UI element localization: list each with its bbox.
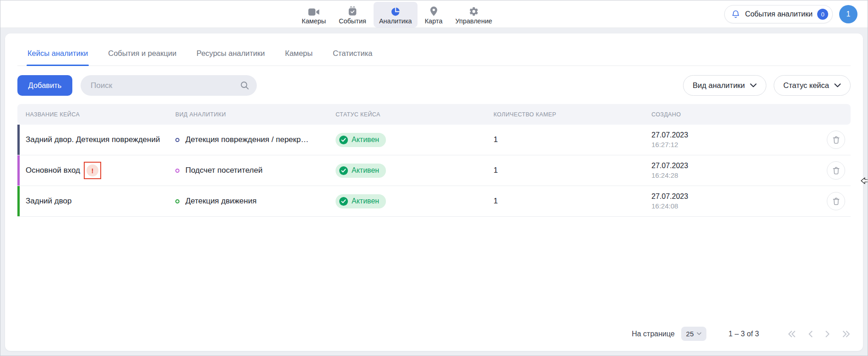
prev-page-button[interactable]	[808, 330, 813, 338]
created-time: 16:24:28	[651, 171, 821, 180]
status-badge-label: Активен	[352, 197, 379, 205]
add-case-button[interactable]: Добавить	[17, 75, 72, 96]
case-status-filter-label: Статус кейса	[783, 81, 829, 90]
table-footer: На странице 25 1 – 3 of 3	[5, 327, 863, 351]
tab-analytics-resources[interactable]: Ресурсы аналитики	[195, 41, 266, 66]
nav-item-label: Карта	[425, 17, 443, 25]
chevron-down-icon	[834, 83, 841, 88]
trash-icon	[832, 197, 840, 206]
row-accent-bar	[17, 155, 20, 186]
status-badge: Активен	[336, 164, 386, 178]
analytics-type-filter[interactable]: Вид аналитики	[683, 75, 766, 96]
analytics-events-button[interactable]: События аналитики 0	[724, 5, 833, 23]
per-page-value: 25	[686, 330, 694, 338]
column-header-cameras: КОЛИЧЕСТВО КАМЕР	[494, 111, 651, 118]
search-icon	[240, 81, 250, 92]
nav-item-label: События	[339, 17, 366, 25]
column-header-name: НАЗВАНИЕ КЕЙСА	[17, 111, 175, 118]
content-card: Кейсы аналитики События и реакции Ресурс…	[5, 33, 863, 351]
nav-item-label: Аналитика	[379, 17, 412, 25]
nav-item-label: Камеры	[302, 17, 326, 25]
mouse-cursor	[861, 177, 868, 186]
table-row[interactable]: Задний двор Детекция движения Активен 1	[17, 186, 851, 217]
camera-count: 1	[494, 166, 651, 175]
analytics-type-label: Детекция движения	[185, 197, 256, 206]
tab-analytics-cases[interactable]: Кейсы аналитики	[27, 41, 89, 66]
search-field	[81, 75, 257, 96]
table-header-row: НАЗВАНИЕ КЕЙСА ВИД АНАЛИТИКИ СТАТУС КЕЙС…	[17, 104, 851, 125]
last-page-button[interactable]	[842, 330, 851, 338]
column-header-type: ВИД АНАЛИТИКИ	[175, 111, 336, 118]
pagination-controls	[787, 330, 851, 338]
created-time: 16:24:08	[651, 202, 821, 211]
nav-item-analytics[interactable]: Аналитика	[374, 2, 418, 27]
top-navigation-bar: Камеры События Аналитика Карта	[0, 0, 868, 28]
case-name: Задний двор	[26, 197, 71, 206]
gear-icon	[469, 5, 479, 16]
column-header-created: СОЗДАНО	[651, 111, 821, 118]
camera-count: 1	[494, 197, 651, 206]
status-badge: Активен	[336, 194, 386, 208]
status-badge: Активен	[336, 133, 386, 147]
status-badge-label: Активен	[352, 136, 379, 144]
case-status-filter[interactable]: Статус кейса	[774, 75, 851, 96]
per-page-selector[interactable]: 25	[681, 327, 707, 341]
tab-events-reactions[interactable]: События и реакции	[107, 41, 177, 66]
row-accent-bar	[17, 125, 20, 155]
created-date: 27.07.2023	[651, 130, 821, 140]
table-body: Задний двор. Детекция повреждений Детекц…	[17, 125, 851, 217]
calendar-check-icon	[347, 5, 358, 16]
per-page-label: На странице	[632, 330, 675, 338]
tab-statistics[interactable]: Статистика	[332, 41, 374, 66]
video-camera-icon	[308, 5, 320, 16]
user-avatar[interactable]: 1	[839, 5, 857, 23]
table-row[interactable]: Задний двор. Детекция повреждений Детекц…	[17, 125, 851, 155]
cases-table: НАЗВАНИЕ КЕЙСА ВИД АНАЛИТИКИ СТАТУС КЕЙС…	[17, 104, 851, 217]
column-header-status: СТАТУС КЕЙСА	[336, 111, 494, 118]
app-screen: Камеры События Аналитика Карта	[0, 0, 868, 356]
search-input[interactable]	[81, 75, 257, 96]
tab-cameras[interactable]: Камеры	[284, 41, 314, 66]
status-check-icon	[339, 136, 348, 144]
next-page-button[interactable]	[825, 330, 830, 338]
row-accent-bar	[17, 186, 20, 216]
nav-item-settings[interactable]: Управление	[450, 2, 498, 27]
delete-case-button[interactable]	[827, 131, 845, 149]
table-row[interactable]: Основной вход ! Подсчет посетителей Акти…	[17, 155, 851, 186]
nav-item-map[interactable]: Карта	[419, 2, 448, 27]
created-date: 27.07.2023	[651, 192, 821, 202]
status-check-icon	[339, 166, 348, 175]
trash-icon	[832, 136, 840, 144]
chevron-down-icon	[750, 83, 757, 88]
delete-case-button[interactable]	[827, 161, 845, 180]
main-nav: Камеры События Аналитика Карта	[296, 0, 498, 28]
nav-item-events[interactable]: События	[333, 2, 372, 27]
nav-item-label: Управление	[455, 17, 492, 25]
trash-icon	[832, 166, 840, 175]
camera-count: 1	[494, 135, 651, 144]
pie-chart-icon	[391, 5, 401, 16]
events-count-badge: 0	[817, 9, 828, 20]
map-pin-icon	[429, 5, 438, 16]
analytics-tabs: Кейсы аналитики События и реакции Ресурс…	[17, 41, 851, 66]
toolbar: Добавить Вид аналитики Статус кейса	[17, 75, 851, 96]
pagination-range: 1 – 3 of 3	[728, 330, 759, 338]
warning-icon: !	[87, 164, 98, 176]
analytics-events-label: События аналитики	[745, 10, 813, 18]
analytics-type-icon	[175, 138, 179, 142]
created-date: 27.07.2023	[651, 161, 821, 171]
status-check-icon	[339, 197, 348, 206]
status-badge-label: Активен	[352, 166, 379, 175]
analytics-type-filter-label: Вид аналитики	[693, 81, 745, 90]
analytics-type-icon	[175, 169, 179, 173]
warning-annotation: !	[84, 162, 101, 179]
delete-case-button[interactable]	[827, 192, 845, 210]
chevron-down-icon	[697, 332, 701, 335]
analytics-type-label: Детекция повреждения / перекр…	[185, 135, 309, 144]
nav-item-cameras[interactable]: Камеры	[296, 2, 331, 27]
bell-icon	[731, 9, 740, 19]
created-time: 16:27:12	[651, 140, 821, 149]
first-page-button[interactable]	[787, 330, 796, 338]
case-name: Основной вход	[26, 166, 80, 175]
topbar-right-group: События аналитики 0 1	[724, 5, 857, 23]
